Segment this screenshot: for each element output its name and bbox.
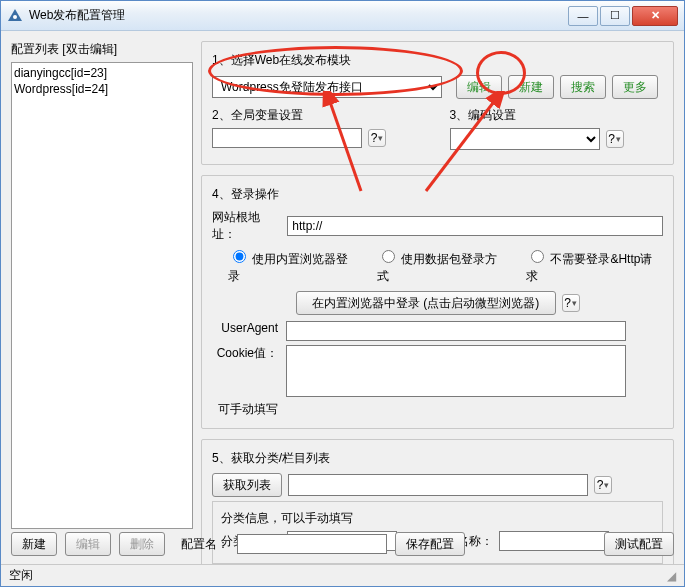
- section4-label: 4、登录操作: [212, 186, 663, 203]
- new-config-button[interactable]: 新建: [11, 532, 57, 556]
- svg-point-1: [13, 15, 17, 19]
- edit-config-button[interactable]: 编辑: [65, 532, 111, 556]
- section2-label: 2、全局变量设置: [212, 107, 426, 124]
- useragent-input[interactable]: [286, 321, 626, 341]
- chevron-down-icon: ▾: [604, 480, 609, 490]
- close-button[interactable]: ✕: [632, 6, 678, 26]
- status-bar: 空闲 ◢: [1, 564, 684, 586]
- config-listbox[interactable]: dianyingcc[id=23] Wordpress[id=24]: [11, 62, 193, 529]
- config-name-label: 配置名：: [181, 536, 229, 553]
- save-config-button[interactable]: 保存配置: [395, 532, 465, 556]
- status-text: 空闲: [9, 567, 33, 584]
- module-select[interactable]: Wordpress免登陆发布接口: [212, 76, 442, 98]
- radio-datapacket[interactable]: 使用数据包登录方式: [377, 247, 508, 285]
- section1-label: 1、选择Web在线发布模块: [212, 52, 663, 69]
- root-url-label: 网站根地址：: [212, 209, 281, 243]
- section-login: 4、登录操作 网站根地址： 使用内置浏览器登录 使用数据包登录方式 不需要登录&…: [201, 175, 674, 429]
- get-list-button[interactable]: 获取列表: [212, 473, 282, 497]
- help-icon[interactable]: ?▾: [368, 129, 386, 147]
- chevron-down-icon: ▾: [616, 134, 621, 144]
- minimize-button[interactable]: —: [568, 6, 598, 26]
- more-module-button[interactable]: 更多: [612, 75, 658, 99]
- help-icon[interactable]: ?▾: [606, 130, 624, 148]
- titlebar: Web发布配置管理 — ☐ ✕: [1, 1, 684, 31]
- maximize-button[interactable]: ☐: [600, 6, 630, 26]
- resize-grip-icon[interactable]: ◢: [667, 569, 676, 583]
- help-icon[interactable]: ?▾: [594, 476, 612, 494]
- config-name-input[interactable]: [237, 534, 387, 554]
- window-title: Web发布配置管理: [29, 7, 568, 24]
- new-module-button[interactable]: 新建: [508, 75, 554, 99]
- help-icon[interactable]: ?▾: [562, 294, 580, 312]
- section-global-vars: 2、全局变量设置 ?▾: [212, 107, 426, 154]
- section-select-module: 1、选择Web在线发布模块 Wordpress免登陆发布接口 编辑 新建 搜索 …: [201, 41, 674, 165]
- delete-config-button[interactable]: 删除: [119, 532, 165, 556]
- list-item[interactable]: dianyingcc[id=23]: [14, 65, 190, 81]
- global-var-input[interactable]: [212, 128, 362, 148]
- chevron-down-icon: ▾: [572, 298, 577, 308]
- config-list-label: 配置列表 [双击编辑]: [11, 41, 193, 58]
- app-icon: [7, 8, 23, 24]
- manual-fill-label: 可手动填写: [212, 401, 282, 418]
- section5-label: 5、获取分类/栏目列表: [212, 450, 663, 467]
- cookie-textarea[interactable]: [286, 345, 626, 397]
- radio-builtin-browser[interactable]: 使用内置浏览器登录: [228, 247, 359, 285]
- content: 配置列表 [双击编辑] dianyingcc[id=23] Wordpress[…: [1, 31, 684, 539]
- edit-module-button[interactable]: 编辑: [456, 75, 502, 99]
- bottom-toolbar: 新建 编辑 删除 配置名： 保存配置 测试配置: [11, 532, 674, 556]
- chevron-down-icon: ▾: [378, 133, 383, 143]
- useragent-label: UserAgent: [212, 321, 282, 335]
- test-config-button[interactable]: 测试配置: [604, 532, 674, 556]
- window-buttons: — ☐ ✕: [568, 6, 678, 26]
- open-browser-login-button[interactable]: 在内置浏览器中登录 (点击启动微型浏览器): [296, 291, 556, 315]
- section-encoding: 3、编码设置 ?▾: [450, 107, 664, 154]
- section3-label: 3、编码设置: [450, 107, 664, 124]
- cookie-label: Cookie值：: [212, 345, 282, 362]
- list-item[interactable]: Wordpress[id=24]: [14, 81, 190, 97]
- window: Web发布配置管理 — ☐ ✕ 配置列表 [双击编辑] dianyingcc[i…: [0, 0, 685, 587]
- category-list-textarea[interactable]: [288, 474, 588, 496]
- category-sub-label: 分类信息，可以手动填写: [221, 510, 654, 527]
- right-column: 1、选择Web在线发布模块 Wordpress免登陆发布接口 编辑 新建 搜索 …: [201, 41, 674, 529]
- left-column: 配置列表 [双击编辑] dianyingcc[id=23] Wordpress[…: [11, 41, 193, 529]
- encoding-select[interactable]: [450, 128, 600, 150]
- root-url-input[interactable]: [287, 216, 663, 236]
- radio-nologin[interactable]: 不需要登录&Http请求: [526, 247, 663, 285]
- search-module-button[interactable]: 搜索: [560, 75, 606, 99]
